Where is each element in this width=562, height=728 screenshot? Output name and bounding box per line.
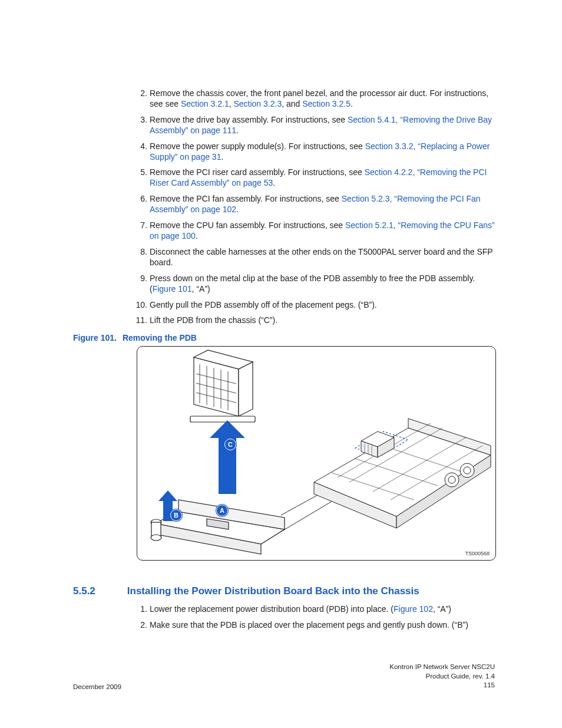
section-number: 5.5.2 [73, 585, 95, 597]
step-number: 3. [133, 115, 147, 126]
page-content: 2.Remove the chassis cover, the front pa… [73, 88, 497, 636]
footer-page: 115 [484, 681, 495, 689]
svg-point-24 [448, 476, 455, 483]
step-text: Remove the PCI riser card assembly. For … [150, 167, 487, 187]
step: 2.Make sure that the PDB is placed over … [73, 620, 497, 631]
step: 5.Remove the PCI riser card assembly. Fo… [73, 167, 497, 189]
step-text: Remove the CPU fan assembly. For instruc… [150, 220, 495, 241]
svg-rect-8 [190, 416, 255, 422]
step-number: 7. [133, 220, 147, 231]
svg-point-11 [151, 535, 161, 541]
step: 9.Press down on the metal clip at the ba… [73, 274, 497, 295]
figure-caption: Figure 101.Removing the PDB [73, 333, 497, 342]
cross-ref-link[interactable]: Figure 101 [153, 284, 192, 294]
step-number: 1. [133, 604, 147, 615]
step-text: Lift the PDB from the chassis (“C”). [150, 315, 277, 325]
figure-101: C A B TS000568 [137, 346, 496, 561]
footer-guide: Product Guide, rev. 1.4 [426, 673, 495, 680]
step: 11.Lift the PDB from the chassis (“C”). [73, 315, 497, 326]
cross-ref-link[interactable]: Section 3.3.2, “Replacing a Power Supply… [150, 141, 490, 162]
cross-ref-link[interactable]: Section 3.2.1 [181, 99, 229, 108]
step-number: 11. [133, 315, 147, 326]
cross-ref-link[interactable]: Section 5.2.1, “Removing the CPU Fans” o… [150, 220, 495, 241]
step: 4.Remove the power supply module(s). For… [73, 141, 497, 163]
cross-ref-link[interactable]: Section 3.2.5 [302, 99, 351, 108]
step-text: Remove the chassis cover, the front pane… [150, 88, 488, 108]
footer-date: December 2009 [73, 683, 121, 690]
step-number: 9. [133, 274, 147, 284]
step: 2.Remove the chassis cover, the front pa… [73, 88, 497, 110]
step-number: 2. [133, 88, 147, 99]
step: 1.Lower the replacement power distributi… [73, 604, 497, 615]
cross-ref-link[interactable]: Section 5.4.1, “Removing the Drive Bay A… [150, 115, 492, 135]
section-heading: 5.5.2 Installing the Power Distribution … [73, 585, 497, 597]
step-number: 10. [133, 300, 147, 311]
procedure-steps-2: 1.Lower the replacement power distributi… [73, 604, 497, 631]
footer-product: Kontron IP Network Server NSC2U [389, 663, 495, 670]
step-text: Gently pull the PDB assembly off of the … [150, 300, 377, 309]
procedure-steps: 2.Remove the chassis cover, the front pa… [73, 88, 497, 326]
cross-ref-link[interactable]: Section 3.2.3 [233, 99, 282, 108]
section-title: Installing the Power Distribution Board … [127, 585, 419, 597]
step-text: Remove the power supply module(s). For i… [150, 141, 490, 162]
step-text: Remove the drive bay assembly. For instr… [150, 115, 492, 135]
figure-title: Removing the PDB [123, 333, 197, 342]
figure-illustration [137, 347, 495, 560]
step: 10. Gently pull the PDB assembly off of … [73, 300, 497, 311]
cross-ref-link[interactable]: Figure 102 [394, 604, 433, 614]
step: 7.Remove the CPU fan assembly. For instr… [73, 220, 497, 242]
cross-ref-link[interactable]: Section 4.2.2, “Removing the PCI Riser C… [150, 167, 487, 187]
step-number: 5. [133, 167, 147, 178]
step-text: Make sure that the PDB is placed over th… [150, 620, 468, 630]
step-text: Disconnect the cable harnesses at the ot… [150, 247, 492, 267]
figure-id: TS000568 [465, 551, 490, 556]
cross-ref-link[interactable]: Section 5.2.3, “Removing the PCI Fan Ass… [150, 194, 481, 214]
step-number: 4. [133, 141, 147, 152]
step-text: Remove the PCI fan assembly. For instruc… [150, 194, 481, 214]
step-text: Press down on the metal clip at the base… [150, 274, 475, 294]
figure-label: Figure 101. [73, 333, 117, 342]
step-text: Lower the replacement power distribution… [150, 604, 451, 614]
step-number: 2. [133, 620, 147, 631]
svg-point-22 [464, 467, 471, 474]
step: 3.Remove the drive bay assembly. For ins… [73, 115, 497, 136]
step: 8.Disconnect the cable harnesses at the … [73, 247, 497, 268]
step-number: 6. [133, 194, 147, 205]
step: 6.Remove the PCI fan assembly. For instr… [73, 194, 497, 215]
step-number: 8. [133, 247, 147, 258]
